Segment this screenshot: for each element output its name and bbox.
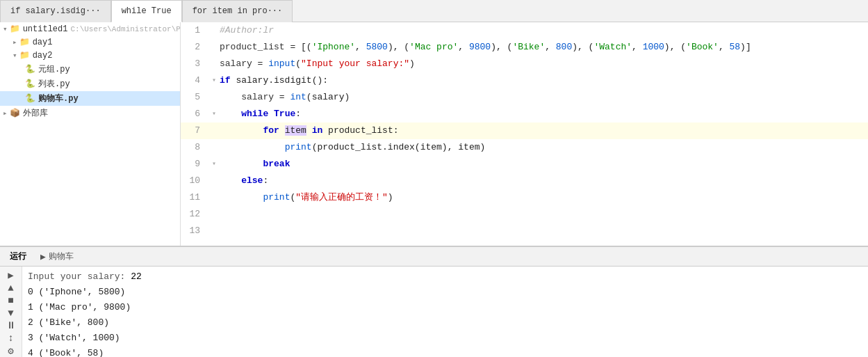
- line-num-10: 10: [181, 173, 208, 189]
- bottom-toolbar: ▶ ▲ ■ ▼ ⏸ ↕ ⚙ 🗑: [0, 267, 22, 357]
- code-editor[interactable]: 1 #Author:lr 2 product_list = [('Iphone'…: [181, 22, 868, 246]
- code-line-12: 12: [181, 206, 868, 223]
- restore-button[interactable]: ↕: [3, 333, 19, 344]
- tab-bar: if salary.isdig··· while True for item i…: [0, 0, 868, 22]
- folder-icon: 📁: [19, 37, 30, 47]
- sidebar-item-waibuku[interactable]: ▸ 📦 外部库: [0, 106, 180, 120]
- code-line-5: 5 salary = int(salary): [181, 89, 868, 106]
- line-num-4: 4: [181, 72, 208, 89]
- code-text-4: if salary.isdigit():: [220, 72, 868, 89]
- code-line-8: 8 print(product_list.index(item), item): [181, 139, 868, 156]
- code-text-10: else:: [220, 173, 868, 189]
- code-text-7: for item in product_list:: [220, 122, 868, 139]
- pause-button[interactable]: ⏸: [3, 320, 19, 331]
- arrow-icon: ▸: [3, 109, 8, 118]
- fold-9: ▾: [208, 156, 220, 173]
- arrow-icon: ▸: [13, 38, 17, 47]
- tab-if-salary[interactable]: if salary.isdig···: [0, 0, 111, 22]
- code-line-4: 4 ▾ if salary.isdigit():: [181, 72, 868, 89]
- code-text-8: print(product_list.index(item), item): [220, 139, 868, 156]
- lib-icon: 📦: [10, 108, 20, 118]
- bottom-tab-run[interactable]: 运行: [3, 249, 33, 264]
- code-text-3: salary = input("Input your salary:"): [220, 56, 868, 72]
- main-area: ▾ 📁 untitled1 C:\Users\Administrator\Py …: [0, 22, 868, 246]
- run-button[interactable]: ▶: [3, 269, 19, 281]
- sidebar-item-yuanzu[interactable]: 🐍 元组.py: [0, 62, 180, 77]
- code-line-11: 11 print("请输入正确的工资！"): [181, 189, 868, 206]
- bottom-content: ▶ ▲ ■ ▼ ⏸ ↕ ⚙ 🗑 Input your salary: 22 0 …: [0, 267, 868, 357]
- code-text-6: while True:: [220, 106, 868, 122]
- line-num-2: 2: [181, 39, 208, 56]
- output-line-5: 4 ('Book', 58): [28, 346, 862, 357]
- sidebar: ▾ 📁 untitled1 C:\Users\Administrator\Py …: [0, 22, 181, 246]
- output-line-1: 0 ('Iphone', 5800): [28, 285, 862, 300]
- output-line-0: Input your salary: 22: [28, 269, 862, 285]
- bottom-tab-bar: 运行 ▶ 购物车: [0, 247, 868, 267]
- code-text-11: print("请输入正确的工资！"): [220, 189, 868, 206]
- run-icon: ▶: [40, 251, 46, 262]
- arrow-icon: ▾: [3, 24, 8, 33]
- code-line-10: 10 else:: [181, 173, 868, 189]
- folder-icon: 📁: [10, 24, 20, 34]
- folder-icon: 📁: [19, 50, 30, 61]
- code-line-7: 7 for item in product_list:: [181, 122, 868, 139]
- output-line-2: 1 ('Mac pro', 9800): [28, 300, 862, 315]
- code-text-9: break: [220, 156, 868, 173]
- tab-while-true[interactable]: while True: [111, 0, 182, 22]
- fold-6: ▾: [208, 106, 220, 122]
- line-num-1: 1: [181, 22, 208, 39]
- py-icon: 🐍: [25, 64, 35, 74]
- sidebar-item-liebiao[interactable]: 🐍 列表.py: [0, 77, 180, 91]
- output-line-4: 3 ('Watch', 1000): [28, 331, 862, 346]
- code-text-13: [220, 223, 868, 239]
- tab-for-item[interactable]: for item in pro···: [182, 0, 293, 22]
- line-num-9: 9: [181, 156, 208, 173]
- line-num-7: 7: [181, 122, 208, 139]
- line-num-12: 12: [181, 206, 208, 223]
- sidebar-item-day1[interactable]: ▸ 📁 day1: [0, 35, 180, 49]
- code-line-6: 6 ▾ while True:: [181, 106, 868, 122]
- code-text-5: salary = int(salary): [220, 89, 868, 106]
- code-line-9: 9 ▾ break: [181, 156, 868, 173]
- line-num-3: 3: [181, 56, 208, 72]
- code-container: 1 #Author:lr 2 product_list = [('Iphone'…: [181, 22, 868, 239]
- settings-button[interactable]: ⚙: [3, 345, 19, 357]
- up-button[interactable]: ▲: [3, 283, 19, 294]
- down-button[interactable]: ▼: [3, 308, 19, 319]
- code-text-1: #Author:lr: [220, 22, 868, 39]
- code-line-1: 1 #Author:lr: [181, 22, 868, 39]
- line-num-6: 6: [181, 106, 208, 122]
- arrow-icon: ▾: [13, 51, 17, 60]
- sidebar-item-untitled1[interactable]: ▾ 📁 untitled1 C:\Users\Administrator\Py: [0, 22, 180, 35]
- sidebar-item-gouwuche[interactable]: 🐍 购物车.py: [0, 91, 180, 106]
- code-line-2: 2 product_list = [('Iphone', 5800), ('Ma…: [181, 39, 868, 56]
- code-text-12: [220, 206, 868, 223]
- bottom-tab-file[interactable]: ▶ 购物车: [33, 249, 81, 264]
- line-num-8: 8: [181, 139, 208, 156]
- sidebar-item-day2[interactable]: ▾ 📁 day2: [0, 49, 180, 62]
- code-text-2: product_list = [('Iphone', 5800), ('Mac …: [220, 39, 868, 56]
- py-icon: 🐍: [25, 79, 35, 89]
- line-num-13: 13: [181, 223, 208, 239]
- code-line-3: 3 salary = input("Input your salary:"): [181, 56, 868, 72]
- stop-button[interactable]: ■: [3, 295, 19, 306]
- output-line-3: 2 ('Bike', 800): [28, 315, 862, 331]
- bottom-panel: 运行 ▶ 购物车 ▶ ▲ ■ ▼ ⏸ ↕ ⚙ 🗑 Input your sala…: [0, 246, 868, 357]
- bottom-output: Input your salary: 22 0 ('Iphone', 5800)…: [22, 267, 868, 357]
- line-num-11: 11: [181, 189, 208, 206]
- code-line-13: 13: [181, 223, 868, 239]
- fold-4: ▾: [208, 72, 220, 89]
- line-num-5: 5: [181, 89, 208, 106]
- py-icon: 🐍: [25, 93, 35, 104]
